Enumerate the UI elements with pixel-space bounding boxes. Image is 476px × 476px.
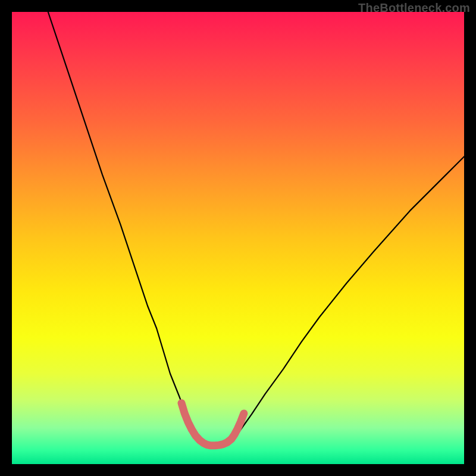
chart-frame: TheBottleneck.com	[0, 0, 476, 476]
gradient-plot-area	[12, 12, 464, 464]
highlight-band	[181, 403, 244, 445]
curve-layer	[12, 12, 464, 464]
bottleneck-curve	[48, 12, 464, 446]
